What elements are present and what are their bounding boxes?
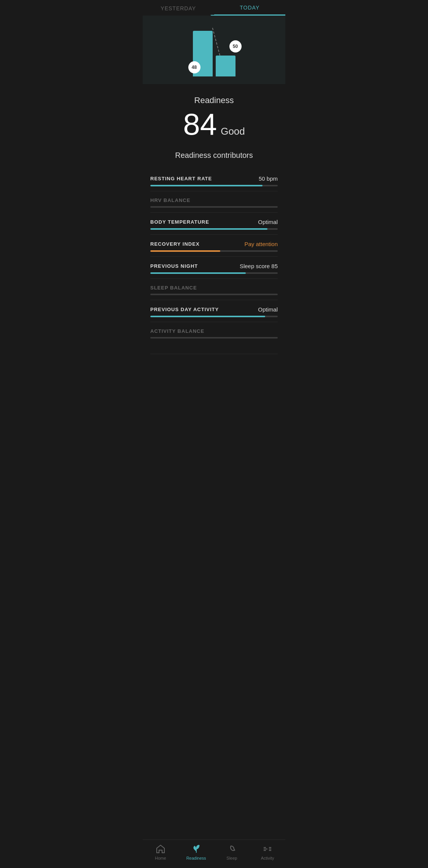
progress-bar-bg — [150, 228, 278, 230]
yesterday-tab[interactable]: YESTERDAY — [143, 5, 214, 15]
contributor-sleep-balance[interactable]: SLEEP BALANCE — [150, 279, 278, 300]
bar-label-50: 50 — [229, 40, 242, 52]
contributor-activity-balance[interactable]: ACTIVITY BALANCE — [150, 322, 278, 354]
bar-today: 50 — [216, 56, 235, 76]
contributor-name: ACTIVITY BALANCE — [150, 328, 204, 334]
contributor-value: Optimal — [258, 219, 278, 225]
contributor-name: PREVIOUS NIGHT — [150, 263, 198, 269]
chart-area: 48 50 — [143, 16, 285, 84]
progress-bar-fill — [150, 272, 246, 274]
progress-bar-fill — [150, 185, 263, 186]
dashed-connector — [212, 28, 220, 56]
contributor-hrv-balance[interactable]: HRV BALANCE — [150, 191, 278, 213]
contributor-name: SLEEP BALANCE — [150, 285, 197, 291]
chart-bars: 48 50 — [193, 31, 235, 76]
contributor-value: 50 bpm — [259, 175, 278, 182]
readiness-title: Readiness — [150, 95, 278, 105]
bar-label-48: 48 — [188, 61, 200, 73]
contributor-previous-day-activity[interactable]: PREVIOUS DAY ACTIVITY Optimal — [150, 300, 278, 322]
top-navigation: YESTERDAY TODAY — [143, 0, 285, 16]
contributor-name: HRV BALANCE — [150, 197, 190, 203]
contributor-value: Optimal — [258, 306, 278, 313]
contributor-header: SLEEP BALANCE — [150, 285, 278, 291]
contributor-header: PREVIOUS NIGHT Sleep score 85 — [150, 263, 278, 269]
contributor-previous-night[interactable]: PREVIOUS NIGHT Sleep score 85 — [150, 257, 278, 279]
progress-bar-bg — [150, 185, 278, 186]
contributor-value: Sleep score 85 — [240, 263, 278, 269]
contributor-body-temperature[interactable]: BODY TEMPERATURE Optimal — [150, 213, 278, 235]
contributor-name: PREVIOUS DAY ACTIVITY — [150, 307, 219, 312]
readiness-score-number: 84 — [183, 109, 217, 140]
contributor-value-warning: Pay attention — [244, 241, 278, 247]
readiness-score-label: Good — [221, 126, 245, 137]
progress-bar-fill — [150, 250, 220, 252]
contributor-name: RECOVERY INDEX — [150, 241, 200, 247]
contributor-resting-heart-rate[interactable]: RESTING HEART RATE 50 bpm — [150, 169, 278, 191]
contributor-header: ACTIVITY BALANCE — [150, 328, 278, 334]
progress-bar-fill — [150, 316, 265, 317]
main-content: Readiness 84 Good Readiness contributors… — [143, 84, 285, 411]
progress-bar-fill — [150, 228, 267, 230]
progress-bar-bg — [150, 337, 278, 339]
contributors-title: Readiness contributors — [150, 151, 278, 160]
contributor-name: RESTING HEART RATE — [150, 176, 212, 181]
contributors-list: RESTING HEART RATE 50 bpm HRV BALANCE BO… — [150, 169, 278, 354]
contributor-header: RESTING HEART RATE 50 bpm — [150, 175, 278, 182]
contributor-name: BODY TEMPERATURE — [150, 219, 209, 225]
contributor-header: RECOVERY INDEX Pay attention — [150, 241, 278, 247]
bar-short — [216, 56, 235, 76]
contributor-recovery-index[interactable]: RECOVERY INDEX Pay attention — [150, 235, 278, 257]
today-tab[interactable]: TODAY — [214, 5, 286, 16]
progress-bar-bg — [150, 316, 278, 317]
readiness-score-row: 84 Good — [150, 109, 278, 140]
bar-yesterday: 48 — [193, 31, 213, 76]
progress-bar-bg — [150, 206, 278, 208]
contributor-header: HRV BALANCE — [150, 197, 278, 203]
contributor-header: PREVIOUS DAY ACTIVITY Optimal — [150, 306, 278, 313]
contributor-header: BODY TEMPERATURE Optimal — [150, 219, 278, 225]
progress-bar-bg — [150, 294, 278, 295]
progress-bar-bg — [150, 250, 278, 252]
progress-bar-bg — [150, 272, 278, 274]
